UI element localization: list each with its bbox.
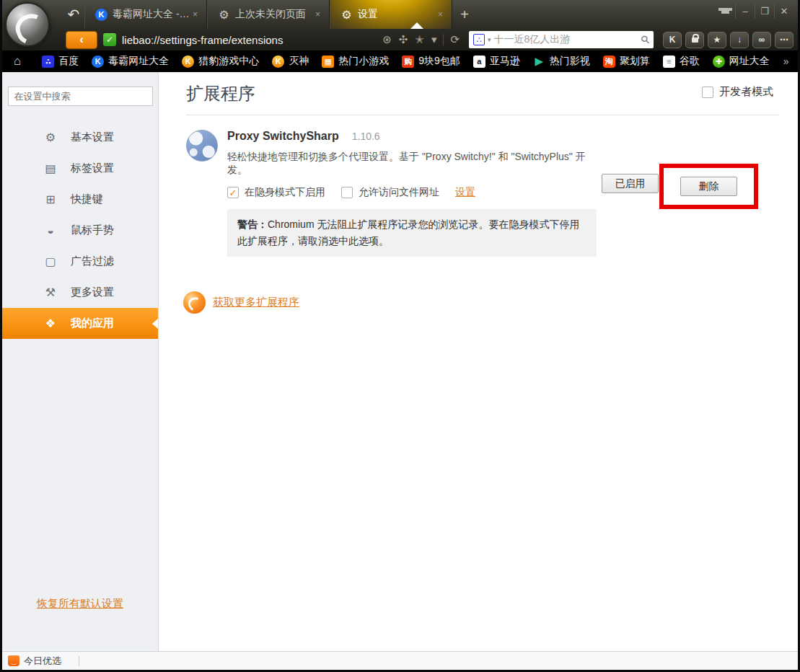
get-more-extensions-row: 获取更多扩展程序 [183,291,779,314]
tab-close-icon[interactable]: × [435,8,446,21]
extension-options-link[interactable]: 设置 [455,186,475,199]
gear-icon: ⚙ [43,131,58,144]
bookmark-add-icon[interactable]: ✭ [411,33,428,46]
active-tab-notch [410,22,423,29]
titlebar-back-icon[interactable]: ↶ [63,0,84,29]
bookmark-mini-games[interactable]: ▦ 热门小游戏 [315,50,395,72]
address-bar[interactable]: liebao://settings-frame/extensions [122,34,379,46]
bookmark-baidu[interactable]: ∴ 百度 [35,50,85,72]
security-check-icon[interactable]: ✓ [103,33,116,46]
search-engine-caret-icon[interactable]: ▾ [485,36,494,43]
bookmark-label: 灭神 [289,55,309,68]
tab-label: 设置 [358,8,435,21]
tab-favicon-k: K [95,9,107,21]
sidebar-item-tab-settings[interactable]: ▤ 标签设置 [2,153,158,184]
bookmark-9kuai9[interactable]: 购 9块9包邮 [395,50,467,72]
daily-picks-label[interactable]: 今日优选 [24,655,61,668]
tab-label: 上次未关闭页面 [235,8,312,21]
developer-mode-toggle[interactable]: 开发者模式 [702,85,773,99]
plus-circle-icon: ✚ [713,56,725,68]
gear-icon: ⚙ [218,9,230,21]
bookmark-game-center[interactable]: K 猎豹游戏中心 [175,50,265,72]
page-icon: ≡ [663,56,675,68]
restore-defaults-link[interactable]: 恢复所有默认设置 [37,597,123,611]
tab-last-session[interactable]: ⚙ 上次未关闭页面 × [207,0,330,29]
bookmark-mieshen[interactable]: K 灭神 [265,50,315,72]
close-button[interactable]: ✕ [774,3,794,19]
extension-description: 轻松快捷地管理和切换多个代理设置。基于 "Proxy Switchy!" 和 "… [227,151,602,177]
window-controls: – ❐ ✕ [716,3,794,19]
tab-close-icon[interactable]: × [190,8,201,21]
enabled-button[interactable]: 已启用 [602,174,659,193]
speed-mode-icon[interactable]: ✣ [395,33,412,46]
bookmark-label: 热门影视 [550,55,590,68]
taobao-icon: 淘 [603,56,615,68]
bookmark-juhuasuan[interactable]: 淘 聚划算 [597,50,656,72]
mieshen-icon: K [272,56,284,68]
games-button[interactable]: ∞ [752,32,771,48]
bookmarks-overflow-icon[interactable]: » [776,56,796,67]
browser-window: ↶ K 毒霸网址大全 - 安全... × ⚙ 上次未关闭页面 × ⚙ 设置 × … [0,0,800,672]
get-more-extensions-link[interactable]: 获取更多扩展程序 [213,296,299,309]
baidu-paw-icon[interactable]: ∴ [473,34,485,45]
download-button[interactable]: ↓ [730,32,749,48]
tab-settings[interactable]: ⚙ 设置 × [330,0,452,29]
sidebar-item-more-settings[interactable]: ⚒ 更多设置 [2,277,158,308]
settings-page: ⚙ 基本设置 ▤ 标签设置 ⊞ 快捷键 ◒ 鼠标手势 ▢ 广告过滤 [2,72,798,651]
chevron-down-icon[interactable]: ▾ [428,33,441,46]
bookmark-label: 9块9包邮 [418,55,460,68]
bookmark-label: 网址大全 [729,55,770,68]
incognito-label: 在隐身模式下启用 [245,186,325,199]
status-bar: ‿ 今日优选 [2,651,798,670]
tab-close-icon[interactable]: × [312,8,323,21]
sidebar-item-label: 基本设置 [71,131,114,144]
bookmark-duba[interactable]: K 毒霸网址大全 [85,50,175,72]
keyboard-icon: ⊞ [43,193,58,206]
new-tab-button[interactable]: + [452,0,477,29]
bookmark-amazon[interactable]: a 亚马逊 [467,50,527,72]
lock-icon [692,37,698,43]
lock-button[interactable] [685,32,704,48]
kingsoft-button[interactable]: K [663,32,682,48]
delete-button[interactable]: 删除 [680,177,737,196]
send-to-phone-button[interactable]: 发送到手机 [796,50,798,72]
sidebar-item-label: 广告过滤 [71,255,114,268]
developer-mode-checkbox[interactable] [702,87,713,98]
extension-globe-icon [186,130,218,162]
extension-name: Proxy SwitchySharp [227,130,339,143]
liebao-store-icon[interactable] [183,291,206,314]
toolbar-divider [443,34,444,45]
skin-button[interactable] [716,3,735,19]
tab-strip: K 毒霸网址大全 - 安全... × ⚙ 上次未关闭页面 × ⚙ 设置 × [84,0,452,29]
titlebar: ↶ K 毒霸网址大全 - 安全... × ⚙ 上次未关闭页面 × ⚙ 设置 × … [2,0,798,29]
home-icon[interactable]: ⌂ [8,54,27,68]
maximize-button[interactable]: ❐ [755,3,774,19]
shopping-bag-icon[interactable]: ‿ [8,655,19,666]
sidebar-item-ad-filter[interactable]: ▢ 广告过滤 [2,246,158,277]
sidebar-item-shortcuts[interactable]: ⊞ 快捷键 [2,184,158,215]
minimize-button[interactable]: – [735,3,755,19]
incognito-checkbox[interactable]: ✓ [227,187,239,198]
back-button[interactable]: ‹ [66,31,97,49]
sidebar-item-my-apps[interactable]: ❖ 我的应用 [2,308,158,339]
settings-search-input[interactable] [8,87,153,106]
file-access-toggle[interactable]: 允许访问文件网址 [341,186,439,199]
sidebar-item-basic-settings[interactable]: ⚙ 基本设置 [2,122,158,153]
refresh-icon[interactable]: ⟳ [447,33,463,46]
globe-mode-icon[interactable]: ⊛ [379,33,395,46]
search-input[interactable]: 十一近8亿人出游 [494,33,641,46]
incognito-toggle[interactable]: ✓ 在隐身模式下启用 [227,186,325,199]
bookmark-site-directory[interactable]: ✚ 网址大全 [706,50,776,72]
duba-icon: K [92,56,104,68]
bookmark-google[interactable]: ≡ 谷歌 [656,50,706,72]
file-access-checkbox[interactable] [341,187,353,198]
liebao-logo-icon[interactable] [5,2,50,47]
favorites-button[interactable]: ★ [708,32,726,48]
bookmark-label: 毒霸网址大全 [108,55,169,68]
more-menu-button[interactable]: ⋯ [775,32,794,48]
toolbar: ‹ ✓ liebao://settings-frame/extensions ⊛… [2,29,798,50]
search-box[interactable]: ∴ ▾ 十一近8亿人出游 ⚲ [469,31,654,48]
bookmark-movies[interactable]: ▶ 热门影视 [527,50,597,72]
tab-duba-homepage[interactable]: K 毒霸网址大全 - 安全... × [84,0,207,29]
sidebar-item-mouse-gestures[interactable]: ◒ 鼠标手势 [2,215,158,246]
